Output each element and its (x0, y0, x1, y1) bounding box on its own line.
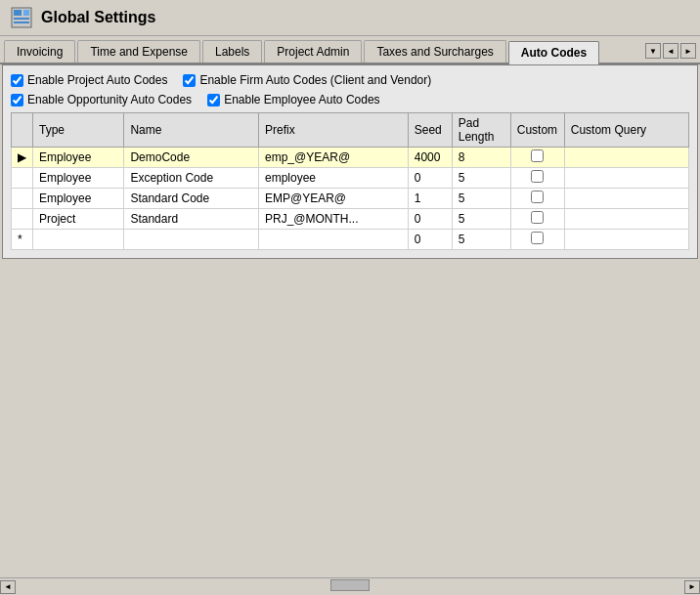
row-type[interactable]: Employee (33, 148, 124, 168)
row-pad-length[interactable]: 5 (452, 209, 510, 230)
svg-rect-1 (14, 10, 22, 16)
content-area: Enable Project Auto Codes Enable Firm Au… (2, 64, 698, 259)
enable-opportunity-auto-label[interactable]: Enable Opportunity Auto Codes (11, 93, 192, 106)
scroll-right-btn[interactable]: ► (684, 580, 700, 594)
row-custom-query[interactable] (564, 148, 688, 168)
enable-firm-auto-label[interactable]: Enable Firm Auto Codes (Client and Vendo… (183, 73, 431, 87)
table-row[interactable]: ▶EmployeeDemoCodeemp_@YEAR@40008 (12, 148, 689, 168)
tab-project-admin[interactable]: Project Admin (264, 40, 362, 63)
tab-nav-menu[interactable]: ▼ (645, 43, 661, 59)
horizontal-scrollbar: ◄ ► (0, 577, 700, 595)
app-icon (10, 6, 33, 29)
row-indicator (12, 168, 33, 189)
scroll-left-btn[interactable]: ◄ (0, 580, 16, 594)
col-pad-length: Pad Length (452, 113, 510, 148)
row-name[interactable]: Standard Code (124, 189, 259, 209)
new-row-cell-1[interactable] (33, 230, 124, 250)
tab-taxes-surcharges[interactable]: Taxes and Surcharges (364, 40, 505, 63)
row-name[interactable]: DemoCode (124, 148, 259, 168)
enable-firm-auto-text: Enable Firm Auto Codes (Client and Vendo… (199, 73, 431, 87)
tab-bar: Invoicing Time and Expense Labels Projec… (0, 36, 700, 64)
enable-project-auto-checkbox[interactable] (11, 74, 23, 87)
new-row-cell-0[interactable]: * (12, 230, 33, 250)
table-row[interactable]: EmployeeException Codeemployee05 (12, 168, 689, 189)
col-type: Type (33, 113, 124, 148)
svg-rect-4 (14, 21, 29, 23)
row-indicator (12, 189, 33, 209)
row-seed[interactable]: 1 (408, 189, 452, 209)
table-header-row: Type Name Prefix Seed Pad Length Custom … (12, 113, 689, 148)
col-custom: Custom (510, 113, 564, 148)
new-row-cell-2[interactable] (124, 230, 259, 250)
checkbox-row-1: Enable Project Auto Codes Enable Firm Au… (11, 73, 689, 87)
title-bar: Global Settings (0, 0, 700, 36)
page-title: Global Settings (41, 9, 155, 26)
table-row[interactable]: ProjectStandardPRJ_@MONTH...05 (12, 209, 689, 230)
enable-employee-auto-text: Enable Employee Auto Codes (224, 93, 379, 106)
tab-auto-codes[interactable]: Auto Codes (508, 41, 599, 64)
tab-navigation: ▼ ◄ ► (645, 43, 696, 63)
table-row[interactable]: EmployeeStandard CodeEMP@YEAR@15 (12, 189, 689, 209)
row-custom-checkbox[interactable] (510, 209, 564, 230)
row-indicator: ▶ (12, 148, 33, 168)
svg-rect-3 (14, 18, 29, 20)
auto-codes-table: Type Name Prefix Seed Pad Length Custom … (11, 112, 689, 250)
enable-employee-auto-label[interactable]: Enable Employee Auto Codes (207, 93, 379, 106)
row-custom-checkbox-input[interactable] (531, 211, 544, 224)
enable-employee-auto-checkbox[interactable] (207, 94, 220, 106)
new-row-cell-7[interactable] (564, 230, 688, 250)
checkbox-row-2: Enable Opportunity Auto Codes Enable Emp… (11, 93, 689, 106)
row-type[interactable]: Employee (33, 189, 124, 209)
row-pad-length[interactable]: 5 (452, 168, 510, 189)
enable-opportunity-auto-text: Enable Opportunity Auto Codes (27, 93, 192, 106)
col-seed: Seed (408, 113, 452, 148)
row-name[interactable]: Exception Code (124, 168, 259, 189)
row-prefix[interactable]: emp_@YEAR@ (259, 148, 409, 168)
col-prefix: Prefix (259, 113, 409, 148)
svg-rect-2 (23, 10, 29, 16)
new-row-cell-5[interactable]: 5 (452, 230, 510, 250)
row-custom-checkbox[interactable] (510, 168, 564, 189)
col-indicator (12, 113, 33, 148)
enable-project-auto-text: Enable Project Auto Codes (27, 73, 167, 87)
row-prefix[interactable]: EMP@YEAR@ (259, 189, 409, 209)
row-prefix[interactable]: PRJ_@MONTH... (259, 209, 409, 230)
row-indicator (12, 209, 33, 230)
new-row-custom-checkbox[interactable] (531, 232, 544, 244)
tab-time-expense[interactable]: Time and Expense (77, 40, 200, 63)
table-new-row[interactable]: *05 (12, 230, 689, 250)
tab-invoicing[interactable]: Invoicing (4, 40, 75, 63)
row-custom-query[interactable] (564, 189, 688, 209)
col-custom-query: Custom Query (564, 113, 688, 148)
row-prefix[interactable]: employee (259, 168, 409, 189)
new-row-cell-6[interactable] (510, 230, 564, 250)
row-custom-checkbox-input[interactable] (531, 149, 544, 162)
row-name[interactable]: Standard (124, 209, 259, 230)
row-seed[interactable]: 0 (408, 168, 452, 189)
row-seed[interactable]: 0 (408, 209, 452, 230)
tab-nav-next[interactable]: ► (680, 43, 696, 59)
row-type[interactable]: Project (33, 209, 124, 230)
row-custom-checkbox-input[interactable] (531, 191, 544, 203)
row-custom-checkbox[interactable] (510, 148, 564, 168)
row-type[interactable]: Employee (33, 168, 124, 189)
row-custom-checkbox[interactable] (510, 189, 564, 209)
row-seed[interactable]: 4000 (408, 148, 452, 168)
row-custom-checkbox-input[interactable] (531, 170, 544, 183)
col-name: Name (124, 113, 259, 148)
enable-opportunity-auto-checkbox[interactable] (11, 94, 23, 106)
tab-labels[interactable]: Labels (202, 40, 262, 63)
enable-firm-auto-checkbox[interactable] (183, 74, 196, 87)
new-row-cell-4[interactable]: 0 (408, 230, 452, 250)
new-row-cell-3[interactable] (259, 230, 409, 250)
row-custom-query[interactable] (564, 168, 688, 189)
enable-project-auto-label[interactable]: Enable Project Auto Codes (11, 73, 167, 87)
row-pad-length[interactable]: 8 (452, 148, 510, 168)
row-custom-query[interactable] (564, 209, 688, 230)
row-pad-length[interactable]: 5 (452, 189, 510, 209)
tab-nav-prev[interactable]: ◄ (663, 43, 678, 59)
